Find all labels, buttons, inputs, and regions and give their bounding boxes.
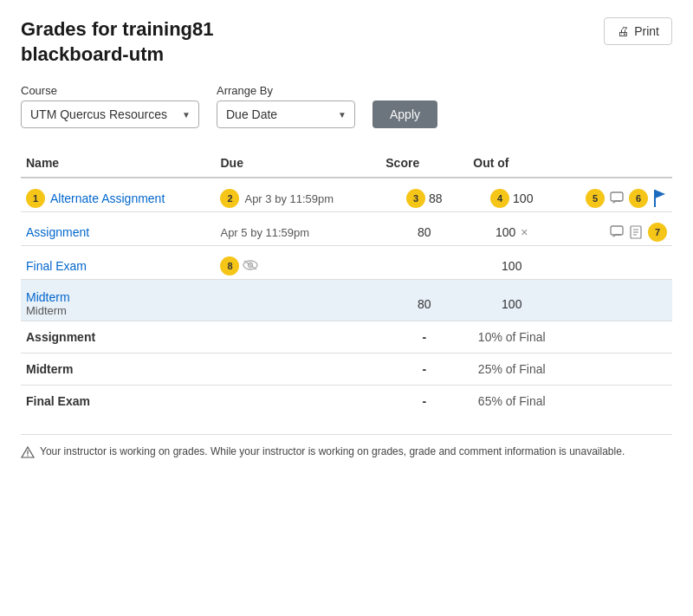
- score-cell: 3 88: [380, 178, 468, 212]
- summary-name-cell: Assignment: [21, 321, 215, 353]
- col-header-name: Name: [21, 149, 215, 178]
- arrange-control: Arrange By Due Date: [217, 84, 355, 128]
- assignment-link[interactable]: Assignment: [26, 225, 89, 239]
- badge-6: 6: [629, 189, 648, 208]
- course-label: Course: [21, 84, 199, 97]
- rubric-icon[interactable]: [629, 225, 643, 239]
- svg-rect-3: [611, 226, 623, 235]
- icons-cell: [555, 246, 672, 280]
- controls-section: Course UTM Quercus Resources Arrange By …: [21, 84, 672, 128]
- due-date-cell: Apr 5 by 11:59pm: [215, 212, 380, 246]
- table-row: Assignment Apr 5 by 11:59pm 80 100 ×: [21, 212, 672, 246]
- badge-7: 7: [648, 223, 667, 242]
- badge-5: 5: [586, 189, 605, 208]
- svg-marker-1: [655, 190, 665, 198]
- assignment-name-cell: 1 Alternate Assignment: [21, 178, 215, 212]
- badge-1: 1: [26, 189, 45, 208]
- course-control: Course UTM Quercus Resources: [21, 84, 199, 128]
- comment-icon[interactable]: [610, 191, 624, 205]
- table-header-row: Name Due Score Out of: [21, 149, 672, 178]
- summary-row: Assignment - 10% of Final: [21, 321, 672, 353]
- comment-icon[interactable]: [610, 225, 624, 239]
- icons-cell: 7: [555, 212, 672, 246]
- badge-2: 2: [220, 189, 239, 208]
- table-row: 1 Alternate Assignment 2 Apr 3 by 11:59p…: [21, 178, 672, 212]
- summary-score-cell: -: [380, 321, 468, 353]
- assignment-name-cell: Final Exam: [21, 246, 215, 280]
- summary-due-cell: [215, 321, 380, 353]
- col-header-outof: Out of: [468, 149, 555, 178]
- badge-3: 3: [406, 189, 425, 208]
- warning-icon: [21, 446, 35, 461]
- svg-rect-0: [611, 192, 623, 201]
- arrange-label: Arrange By: [217, 84, 355, 97]
- page-header: Grades for training81 blackboard-utm 🖨 P…: [21, 17, 672, 67]
- arrange-select-wrapper: Due Date: [217, 101, 355, 128]
- summary-score-cell: -: [380, 386, 468, 418]
- summary-row: Midterm - 25% of Final: [21, 353, 672, 386]
- summary-due-cell: [215, 386, 380, 418]
- icons-cell: [555, 280, 672, 321]
- col-header-due: Due: [215, 149, 380, 178]
- outof-cell: 100 ×: [468, 212, 555, 246]
- close-icon[interactable]: ×: [521, 225, 528, 239]
- print-icon: 🖨: [617, 24, 629, 38]
- visibility-off-icon: [243, 258, 258, 274]
- summary-name-cell: Final Exam: [21, 386, 215, 418]
- outof-cell: 4 100: [468, 178, 555, 212]
- summary-outof-cell: 25% of Final: [468, 353, 555, 386]
- summary-outof-cell: 10% of Final: [468, 321, 555, 353]
- summary-due-cell: [215, 353, 380, 386]
- due-date-cell: [215, 280, 380, 321]
- svg-point-12: [27, 455, 28, 456]
- badge-4: 4: [490, 189, 509, 208]
- summary-score-cell: -: [380, 353, 468, 386]
- final-exam-link[interactable]: Final Exam: [26, 259, 87, 273]
- course-select[interactable]: UTM Quercus Resources: [21, 101, 199, 128]
- summary-row: Final Exam - 65% of Final: [21, 386, 672, 418]
- outof-cell: 100: [468, 280, 555, 321]
- midterm-link[interactable]: Midterm: [26, 290, 70, 304]
- assignment-name-cell: Assignment: [21, 212, 215, 246]
- summary-name-cell: Midterm: [21, 353, 215, 386]
- table-row: Midterm Midterm 80 100: [21, 280, 672, 321]
- footer-note: Your instructor is working on grades. Wh…: [21, 434, 672, 461]
- flag-icon[interactable]: [653, 190, 667, 207]
- page-title: Grades for training81 blackboard-utm: [21, 17, 214, 67]
- summary-outof-cell: 65% of Final: [468, 386, 555, 418]
- col-header-score: Score: [380, 149, 468, 178]
- due-date-cell: 8: [215, 246, 380, 280]
- outof-cell: 100: [468, 246, 555, 280]
- score-cell: [380, 246, 468, 280]
- print-button[interactable]: 🖨 Print: [604, 17, 672, 45]
- apply-button[interactable]: Apply: [372, 101, 437, 128]
- icons-cell: 5 6: [555, 178, 672, 212]
- score-cell: 80: [380, 280, 468, 321]
- arrange-select[interactable]: Due Date: [217, 101, 355, 128]
- course-select-wrapper: UTM Quercus Resources: [21, 101, 199, 128]
- assignment-name-cell: Midterm Midterm: [21, 280, 215, 321]
- alternate-assignment-link[interactable]: Alternate Assignment: [50, 191, 165, 205]
- grades-table: Name Due Score Out of 1 Alternate Assign…: [21, 149, 672, 417]
- col-header-icons: [555, 149, 672, 178]
- score-cell: 80: [380, 212, 468, 246]
- table-row: Final Exam 8 100: [21, 246, 672, 280]
- badge-8: 8: [220, 256, 239, 276]
- due-date-cell: 2 Apr 3 by 11:59pm: [215, 178, 380, 212]
